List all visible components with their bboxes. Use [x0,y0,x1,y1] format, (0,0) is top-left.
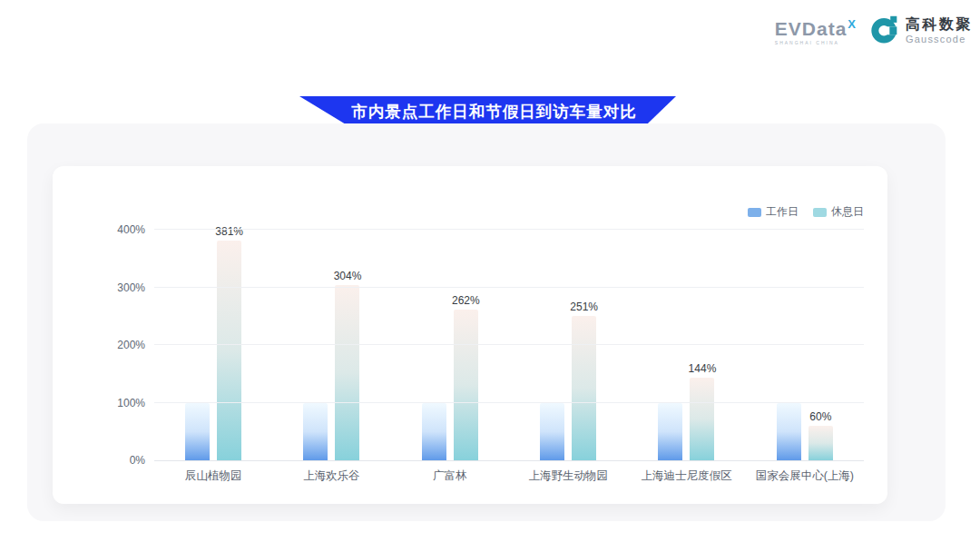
y-tick-label: 0% [130,454,145,467]
y-tick-label: 100% [117,397,145,409]
x-axis-label: 辰山植物园 [185,468,242,484]
bar-休息日[interactable]: 251% [572,316,596,460]
y-tick-label: 300% [117,281,145,294]
x-axis-label: 上海欢乐谷 [303,468,360,484]
bar-工作日[interactable] [422,403,446,461]
bar-value-label: 251% [570,301,598,313]
category-group: 144%上海迪士尼度假区 [627,230,745,460]
bar-value-label: 262% [452,294,480,307]
chart-legend: 工作日休息日 [748,204,864,220]
bar-groups: 381%辰山植物园304%上海欢乐谷262%广富林251%上海野生动物园144%… [154,230,864,460]
bar-休息日[interactable]: 60% [808,426,833,460]
gausscode-cn-text: 高科数聚 [906,16,973,33]
bar-工作日[interactable] [658,403,682,461]
bar-工作日[interactable] [303,403,328,461]
page-title: 市内景点工作日和节假日到访车量对比 [338,101,637,123]
category-group: 262%广富林 [391,230,509,460]
gridline [154,344,864,345]
y-tick-label: 200% [117,339,145,351]
bar-value-label: 60% [809,410,831,423]
evdata-logo-text: EVData [775,18,848,39]
bar-value-label: 144% [689,362,717,375]
bar-value-label: 381% [215,225,243,238]
category-group: 251%上海野生动物园 [509,230,627,460]
gausscode-mark-icon [870,15,899,47]
gridline [154,402,864,403]
gridline [154,229,864,230]
legend-swatch [748,208,761,217]
x-axis-label: 国家会展中心(上海) [756,468,854,484]
bar-工作日[interactable] [185,403,210,461]
y-axis: 0%100%200%300%400% [85,230,145,460]
y-tick-label: 400% [117,223,145,236]
category-group: 381%辰山植物园 [154,230,272,460]
page: { "header": { "evdata_logo": {"text": "E… [0,0,980,552]
legend-swatch [813,208,827,217]
bar-休息日[interactable]: 262% [454,310,478,460]
legend-item-休息日[interactable]: 休息日 [813,204,864,220]
gausscode-logo: 高科数聚 Gausscode [870,15,973,47]
plot-area: 381%辰山植物园304%上海欢乐谷262%广富林251%上海野生动物园144%… [154,230,864,461]
x-axis-label: 广富林 [433,468,467,484]
header-logos: EVDataX SHANGHAI CHINA 高科数聚 Gausscode [775,15,973,47]
evdata-logo-subtext: SHANGHAI CHINA [775,41,856,45]
evdata-logo: EVDataX SHANGHAI CHINA [775,15,856,45]
x-axis-label: 上海迪士尼度假区 [641,468,731,484]
gridline [154,287,864,288]
bar-工作日[interactable] [777,403,801,461]
category-group: 304%上海欢乐谷 [272,230,390,460]
bar-休息日[interactable]: 381% [217,241,241,460]
title-banner: 市内景点工作日和节假日到访车量对比 [299,96,676,127]
bar-value-label: 304% [334,270,362,282]
bar-休息日[interactable]: 304% [335,285,359,460]
evdata-x-icon: X [848,17,856,31]
x-axis-label: 上海野生动物园 [528,468,608,484]
gausscode-en-text: Gausscode [906,34,973,45]
legend-item-工作日[interactable]: 工作日 [748,204,799,220]
chart-card: 工作日休息日 0%100%200%300%400% 381%辰山植物园304%上… [53,166,887,504]
legend-label: 休息日 [831,204,864,220]
legend-label: 工作日 [766,204,799,220]
category-group: 60%国家会展中心(上海) [746,230,864,460]
bar-工作日[interactable] [540,403,564,461]
bar-休息日[interactable]: 144% [690,378,714,460]
